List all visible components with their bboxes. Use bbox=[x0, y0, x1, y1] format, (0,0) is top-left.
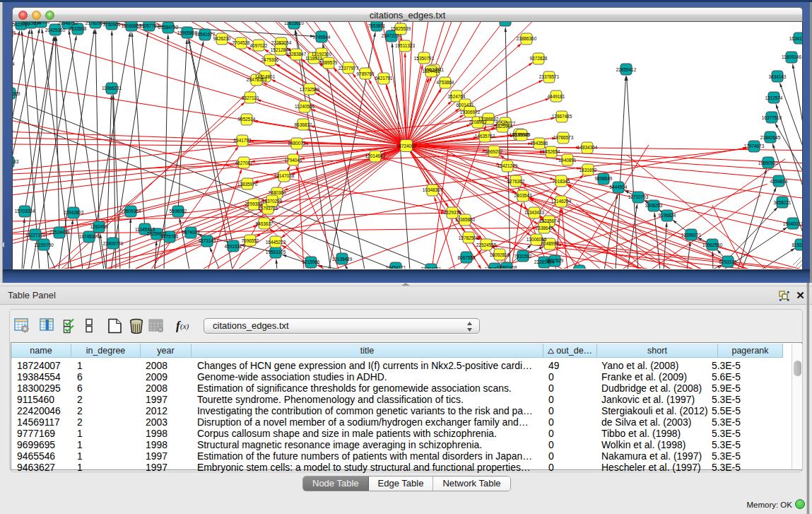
svg-text:12710793: 12710793 bbox=[628, 194, 649, 199]
svg-text:9372828: 9372828 bbox=[530, 56, 548, 61]
svg-text:13235674: 13235674 bbox=[539, 218, 560, 223]
svg-text:8067558: 8067558 bbox=[458, 255, 476, 260]
svg-text:11615610: 11615610 bbox=[284, 22, 304, 25]
svg-text:6452654: 6452654 bbox=[543, 149, 560, 154]
svg-text:3750906: 3750906 bbox=[103, 22, 121, 27]
svg-text:9912544: 9912544 bbox=[13, 62, 15, 66]
svg-text:6341793: 6341793 bbox=[234, 138, 252, 143]
svg-text:4475786: 4475786 bbox=[161, 234, 179, 239]
svg-text:19040017: 19040017 bbox=[783, 221, 802, 226]
svg-text:2333508: 2333508 bbox=[69, 26, 87, 31]
svg-text:3308253: 3308253 bbox=[645, 203, 663, 208]
svg-text:14370299: 14370299 bbox=[262, 199, 283, 204]
svg-text:7696552: 7696552 bbox=[242, 238, 259, 243]
svg-text:22943803: 22943803 bbox=[64, 210, 84, 215]
svg-text:18541677: 18541677 bbox=[195, 32, 216, 37]
svg-text:9874003: 9874003 bbox=[182, 230, 200, 235]
svg-text:11542261: 11542261 bbox=[495, 22, 515, 23]
svg-text:7831592: 7831592 bbox=[514, 254, 532, 259]
svg-text:21524499: 21524499 bbox=[49, 230, 70, 235]
svg-text:19563105: 19563105 bbox=[266, 250, 286, 255]
svg-text:19306972: 19306972 bbox=[460, 110, 481, 115]
svg-text:11150790: 11150790 bbox=[34, 243, 54, 247]
svg-text:5389579: 5389579 bbox=[320, 60, 338, 65]
svg-text:4097022: 4097022 bbox=[250, 43, 268, 48]
svg-text:23886360: 23886360 bbox=[517, 36, 537, 41]
svg-text:8480073: 8480073 bbox=[288, 141, 306, 146]
svg-text:4873143: 4873143 bbox=[199, 238, 216, 243]
svg-text:1831692: 1831692 bbox=[579, 168, 597, 173]
svg-text:9789760: 9789760 bbox=[357, 71, 375, 76]
svg-text:23378571: 23378571 bbox=[539, 74, 560, 79]
svg-text:3329373: 3329373 bbox=[444, 210, 461, 215]
svg-text:20584792: 20584792 bbox=[158, 25, 179, 30]
svg-text:18092818: 18092818 bbox=[490, 252, 510, 257]
svg-text:12146294: 12146294 bbox=[551, 199, 572, 204]
svg-text:10562590: 10562590 bbox=[702, 243, 723, 247]
svg-text:19511323: 19511323 bbox=[395, 43, 415, 48]
svg-text:22524555: 22524555 bbox=[476, 243, 497, 247]
svg-text:13399271: 13399271 bbox=[681, 233, 702, 238]
svg-text:12014643: 12014643 bbox=[365, 153, 386, 158]
svg-text:10348367: 10348367 bbox=[423, 187, 443, 192]
svg-text:23472274: 23472274 bbox=[382, 33, 402, 38]
svg-text:12782508: 12782508 bbox=[459, 235, 479, 240]
svg-text:17958713: 17958713 bbox=[570, 268, 590, 269]
svg-text:15421249: 15421249 bbox=[498, 163, 518, 168]
svg-text:10454171: 10454171 bbox=[386, 265, 406, 269]
svg-text:7480360: 7480360 bbox=[269, 190, 286, 195]
svg-text:22659412: 22659412 bbox=[616, 67, 637, 72]
svg-text:23057783: 23057783 bbox=[139, 23, 160, 28]
svg-text:5969202: 5969202 bbox=[486, 149, 503, 154]
svg-text:8636837: 8636837 bbox=[295, 122, 312, 127]
svg-text:23409770: 23409770 bbox=[103, 241, 124, 246]
svg-text:(x): (x) bbox=[180, 322, 189, 331]
svg-text:8048998: 8048998 bbox=[541, 241, 559, 246]
svg-text:19227370: 19227370 bbox=[25, 233, 46, 238]
svg-text:10283847: 10283847 bbox=[286, 52, 307, 57]
svg-text:5506062: 5506062 bbox=[170, 209, 187, 214]
svg-text:14834304: 14834304 bbox=[577, 145, 598, 150]
svg-text:18748304: 18748304 bbox=[79, 234, 100, 239]
svg-text:9261616: 9261616 bbox=[33, 22, 50, 24]
svg-text:4591531: 4591531 bbox=[225, 244, 242, 249]
svg-text:1794046: 1794046 bbox=[285, 158, 302, 163]
svg-text:1262499: 1262499 bbox=[90, 224, 108, 229]
svg-text:6940891: 6940891 bbox=[559, 158, 577, 163]
svg-text:12867485: 12867485 bbox=[552, 114, 572, 119]
svg-text:3458221: 3458221 bbox=[774, 200, 792, 205]
svg-text:4354814: 4354814 bbox=[770, 179, 788, 184]
svg-text:15703034: 15703034 bbox=[15, 209, 35, 214]
svg-text:14280369: 14280369 bbox=[13, 91, 20, 96]
svg-text:7018345: 7018345 bbox=[553, 179, 570, 184]
svg-text:2479306: 2479306 bbox=[261, 57, 279, 62]
svg-text:14635762: 14635762 bbox=[475, 134, 495, 139]
svg-text:4753864: 4753864 bbox=[437, 80, 454, 85]
svg-text:5444504: 5444504 bbox=[610, 185, 628, 189]
svg-text:6185949: 6185949 bbox=[513, 132, 531, 137]
svg-text:11240506: 11240506 bbox=[295, 104, 314, 109]
svg-text:6001431: 6001431 bbox=[457, 103, 474, 107]
svg-text:16445213: 16445213 bbox=[266, 240, 286, 245]
svg-text:3434143: 3434143 bbox=[769, 74, 787, 79]
svg-text:8943586: 8943586 bbox=[531, 141, 548, 146]
svg-text:2704528: 2704528 bbox=[233, 40, 250, 45]
svg-text:6293105: 6293105 bbox=[719, 259, 737, 264]
svg-text:19890931: 19890931 bbox=[758, 160, 779, 165]
svg-text:5276362: 5276362 bbox=[507, 179, 525, 184]
svg-text:22283054: 22283054 bbox=[271, 40, 292, 45]
svg-text:8463637: 8463637 bbox=[256, 221, 273, 226]
svg-text:11343433: 11343433 bbox=[524, 210, 544, 215]
svg-text:1312574: 1312574 bbox=[765, 95, 783, 100]
svg-text:10138489: 10138489 bbox=[332, 257, 353, 262]
svg-text:9952514: 9952514 bbox=[238, 117, 256, 122]
svg-text:8152271: 8152271 bbox=[792, 243, 802, 247]
svg-text:10365880: 10365880 bbox=[455, 217, 476, 222]
svg-text:2403543: 2403543 bbox=[514, 193, 532, 198]
svg-text:4627087: 4627087 bbox=[235, 160, 253, 165]
svg-text:15825539: 15825539 bbox=[391, 26, 411, 31]
svg-text:21294721: 21294721 bbox=[421, 267, 442, 269]
svg-text:19786573: 19786573 bbox=[553, 135, 574, 140]
svg-text:15350791: 15350791 bbox=[414, 56, 435, 61]
svg-text:16377510: 16377510 bbox=[762, 115, 782, 120]
